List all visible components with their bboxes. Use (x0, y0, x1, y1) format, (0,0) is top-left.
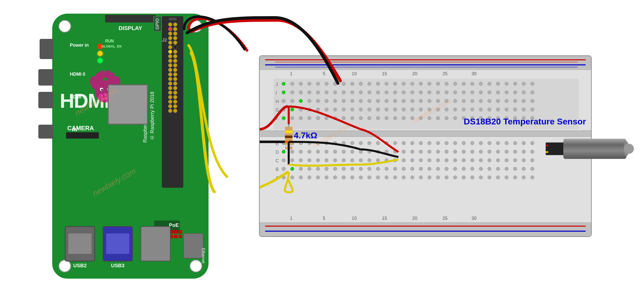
svg-point-117 (411, 99, 414, 103)
svg-point-194 (282, 116, 285, 120)
svg-point-134 (299, 108, 303, 111)
svg-point-239 (342, 150, 345, 153)
svg-point-216 (402, 141, 405, 145)
svg-point-327 (325, 176, 328, 179)
svg-point-48 (333, 82, 337, 86)
svg-point-47 (325, 82, 328, 86)
hdmi0-label: HDMI 0 (70, 72, 85, 77)
svg-point-268 (333, 158, 337, 162)
svg-point-96 (488, 91, 491, 94)
svg-point-126 (488, 99, 491, 103)
svg-point-119 (428, 99, 431, 103)
svg-point-246 (402, 150, 405, 153)
svg-point-60 (436, 82, 440, 86)
display-connector (105, 15, 156, 22)
svg-point-233 (290, 150, 294, 153)
svg-point-152 (453, 108, 457, 111)
svg-point-125 (479, 99, 483, 103)
svg-point-46 (316, 82, 320, 86)
svg-point-111 (359, 99, 363, 103)
svg-point-226 (488, 141, 491, 145)
camera-connector (66, 132, 99, 139)
svg-point-242 (368, 150, 371, 153)
rail-red-bottom (265, 226, 586, 227)
svg-text:J: J (276, 82, 278, 87)
svg-point-334 (385, 176, 388, 179)
svg-point-305 (393, 167, 397, 171)
svg-point-340 (436, 176, 440, 179)
svg-text:H: H (276, 99, 279, 104)
svg-point-144 (385, 108, 388, 111)
svg-point-139 (342, 108, 345, 111)
svg-point-315 (479, 167, 483, 171)
svg-point-83 (376, 91, 380, 94)
svg-point-181 (445, 116, 448, 120)
svg-point-177 (411, 116, 414, 120)
svg-point-225 (479, 141, 483, 145)
svg-point-45 (308, 82, 311, 86)
svg-point-297 (325, 167, 328, 171)
svg-point-250 (436, 150, 440, 153)
breadboard-main-area: 1 5 10 15 20 25 30 (260, 70, 591, 222)
svg-point-316 (488, 167, 491, 171)
svg-point-90 (436, 91, 440, 94)
svg-point-100 (522, 91, 525, 94)
svg-point-95 (479, 91, 483, 94)
svg-point-165 (308, 116, 311, 120)
svg-point-154 (471, 108, 474, 111)
svg-point-84 (385, 91, 388, 94)
svg-point-78 (333, 91, 337, 94)
svg-point-69 (513, 82, 517, 86)
svg-point-301 (359, 167, 363, 171)
svg-point-70 (522, 82, 525, 86)
svg-point-174 (385, 116, 388, 120)
svg-point-271 (359, 158, 363, 162)
svg-point-121 (445, 99, 448, 103)
svg-point-88 (419, 91, 423, 94)
svg-point-255 (479, 150, 483, 153)
usb3-port (103, 226, 133, 261)
svg-point-131 (531, 99, 534, 103)
svg-rect-361 (546, 142, 566, 155)
usb2-label: USB2 (73, 263, 86, 269)
svg-text:C: C (276, 158, 279, 163)
svg-point-157 (496, 108, 500, 111)
svg-point-331 (359, 176, 363, 179)
svg-point-205 (308, 141, 311, 145)
svg-point-222 (453, 141, 457, 145)
hdmi1-connector (38, 92, 53, 108)
svg-point-333 (376, 176, 380, 179)
svg-point-352 (282, 150, 285, 153)
svg-point-63 (462, 82, 465, 86)
svg-point-16 (104, 97, 106, 99)
svg-point-272 (368, 158, 371, 162)
svg-point-195 (299, 99, 303, 103)
svg-point-285 (479, 158, 483, 162)
svg-point-252 (453, 150, 457, 153)
svg-point-143 (376, 108, 380, 111)
svg-point-281 (445, 158, 448, 162)
svg-point-349 (513, 176, 517, 179)
svg-point-326 (316, 176, 320, 179)
svg-point-136 (316, 108, 320, 111)
svg-point-115 (393, 99, 397, 103)
svg-point-260 (522, 150, 525, 153)
svg-point-123 (462, 99, 465, 103)
svg-point-53 (376, 82, 380, 86)
cpu-chip (108, 84, 148, 125)
svg-point-275 (393, 158, 397, 162)
svg-point-212 (368, 141, 371, 145)
av-connector (38, 125, 53, 139)
svg-point-129 (513, 99, 517, 103)
svg-point-265 (308, 158, 311, 162)
svg-point-58 (419, 82, 423, 86)
svg-point-351 (531, 176, 534, 179)
svg-point-12 (104, 93, 106, 96)
svg-point-330 (350, 176, 354, 179)
svg-point-140 (350, 108, 354, 111)
svg-point-160 (522, 108, 525, 111)
svg-point-282 (453, 158, 457, 162)
svg-point-98 (505, 91, 508, 94)
temperature-sensor (546, 134, 644, 165)
svg-point-68 (505, 82, 508, 86)
